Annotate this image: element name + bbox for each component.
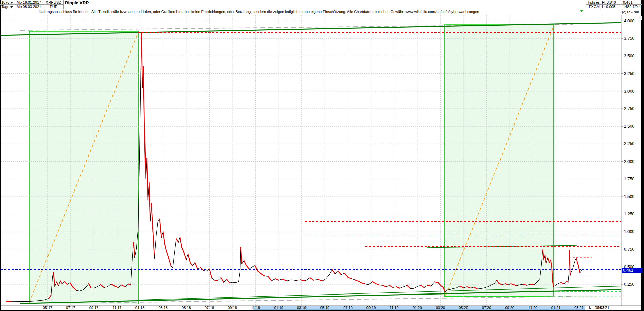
x-axis-label: 07.17 [66,306,75,310]
collapse-glyph: — [638,16,641,19]
y-axis-label: 3.500 [624,54,634,58]
taipan-chart-window: 05.1707.1709.1711.1701.1803.1805.1807.18… [0,0,644,311]
price-chart[interactable]: 05.1707.1709.1711.1701.1803.1805.1807.18… [0,0,644,311]
x-axis-label: 11.19 [390,306,399,310]
x-axis-label: 09.18 [228,306,237,310]
y-axis-label: 1.750 [624,177,634,181]
x-axis-label: 05.20 [459,306,468,310]
x-axis-label: 01.18 [135,306,145,310]
x-axis-label: 09.20 [505,306,514,310]
y-axis-label: 3.750 [624,36,634,41]
x-axis-label: 07.20 [482,306,491,310]
x-axis-label: 03.21 [574,306,584,310]
x-axis-label: 07.18 [205,306,214,310]
y-axis: 0.2500.5000.7501.0001.2501.5001.7502.000… [621,19,634,287]
x-axis-label: 01.21 [551,306,561,310]
bars-count-value: 1070 [1,0,9,4]
x-axis-label: 01.19 [274,306,283,310]
y-axis-label: 0.250 [624,282,634,287]
x-axis-label: 01.20 [413,306,422,310]
x-axis-label: 05.18 [182,306,191,310]
x-axis-label: 05.17 [43,306,52,310]
trend-channels [29,25,554,304]
x-axis-label: 03.20 [436,306,445,310]
chevron-down-icon [10,6,13,8]
y-axis-label: 2.000 [624,159,634,164]
page-title: Ripple XRP [65,1,89,5]
copyright-label: (c)Tai-Pan [622,10,639,14]
last-bar-button[interactable]: L [587,306,593,310]
x-axis: 05.1707.1709.1711.1701.1803.1805.1807.18… [43,306,607,310]
y-axis-label: 0.750 [624,247,634,252]
y-axis-label: 1.500 [624,194,634,199]
y-axis-label: 3.000 [624,89,634,94]
y-axis-label: 1.000 [624,229,634,234]
x-axis-label: 03.18 [158,306,168,310]
y-axis-label: 4.000 [624,19,634,23]
last-date-label: 08.03.21 [595,306,609,310]
y-axis-label: 3.250 [624,71,634,76]
x-axis-label: 07.19 [343,306,353,310]
x-axis-label: 11.18 [251,306,260,310]
x-axis-label: 03.19 [297,306,307,310]
period-value: Tage [1,5,9,9]
marker-icon [580,10,583,12]
x-axis-label: 05.19 [320,306,330,310]
x-axis-label: 11.20 [528,306,537,310]
x-axis-label: 09.19 [366,306,376,310]
chevron-down-icon [10,2,13,4]
y-axis-label: 2.250 [624,141,634,146]
x-axis-label: 09.17 [89,306,99,310]
y-axis-label: 1.250 [624,212,634,216]
disclaimer-text: Haftungsausschluss für Inhalte: Alle Tre… [39,10,479,14]
y-axis-label: 2.750 [624,106,634,111]
collapse-icon[interactable]: — [638,16,642,20]
current-price-badge: 0.461 [622,268,642,273]
y-axis-label: 2.500 [624,124,634,129]
x-axis-label: 11.17 [112,306,122,310]
